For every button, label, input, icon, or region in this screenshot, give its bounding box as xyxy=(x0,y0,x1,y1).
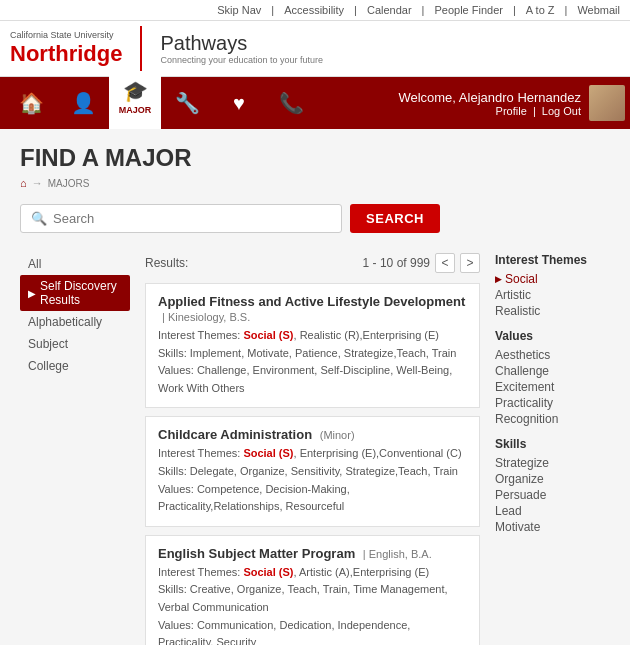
nav-tools[interactable]: 🔧 xyxy=(161,77,213,129)
result-item: Childcare Administration (Minor) Interes… xyxy=(145,416,480,526)
skills-title: Skills xyxy=(495,437,610,451)
user-links: Profile | Log Out xyxy=(398,105,581,117)
a-to-z-link[interactable]: A to Z xyxy=(526,4,555,16)
nav-bar: 🏠 👤 🎓 MAJOR 🔧 ♥ 📞 Welcome, Alejandro Her… xyxy=(0,77,630,129)
people-finder-link[interactable]: People Finder xyxy=(434,4,503,16)
skill-lead[interactable]: Lead xyxy=(495,503,610,519)
top-nav: Skip Nav | Accessibility | Calendar | Pe… xyxy=(0,0,630,21)
user-info: Welcome, Alejandro Hernandez Profile | L… xyxy=(398,85,625,121)
result-link[interactable]: Childcare Administration xyxy=(158,427,312,442)
values-title: Values xyxy=(495,329,610,343)
result-detail: Interest Themes: Social (S), Enterprisin… xyxy=(158,445,467,515)
sidebar-item-subject[interactable]: Subject xyxy=(20,333,130,355)
social-highlight: Social (S) xyxy=(243,566,293,578)
skill-motivate[interactable]: Motivate xyxy=(495,519,610,535)
contact-icon: 📞 xyxy=(279,91,304,115)
sidebar-item-all[interactable]: All xyxy=(20,253,130,275)
interest-panel: Interest Themes Social Artistic Realisti… xyxy=(495,253,610,645)
favorites-icon: ♥ xyxy=(233,92,245,115)
sidebar-item-alphabetically[interactable]: Alphabetically xyxy=(20,311,130,333)
logo-area: California State University Northridge P… xyxy=(10,26,323,71)
major-label: MAJOR xyxy=(119,105,152,115)
webmail-link[interactable]: Webmail xyxy=(577,4,620,16)
profile-icon: 👤 xyxy=(71,91,96,115)
sidebar-item-college[interactable]: College xyxy=(20,355,130,377)
nav-profile[interactable]: 👤 xyxy=(57,77,109,129)
result-badge: (Minor) xyxy=(320,429,355,441)
search-input[interactable] xyxy=(53,211,331,226)
values-section: Values Aesthetics Challenge Excitement P… xyxy=(495,329,610,427)
main-area: All ▶ Self Discovery Results Alphabetica… xyxy=(20,253,610,645)
pagination-text: 1 - 10 of 999 xyxy=(363,256,430,270)
sidebar-item-self-discovery[interactable]: ▶ Self Discovery Results xyxy=(20,275,130,311)
value-practicality[interactable]: Practicality xyxy=(495,395,610,411)
breadcrumb-home[interactable]: ⌂ xyxy=(20,177,27,189)
accessibility-link[interactable]: Accessibility xyxy=(284,4,344,16)
nav-contact[interactable]: 📞 xyxy=(265,77,317,129)
results-area: Results: 1 - 10 of 999 < > Applied Fitne… xyxy=(145,253,480,645)
nav-favorites[interactable]: ♥ xyxy=(213,77,265,129)
result-detail: Interest Themes: Social (S), Artistic (A… xyxy=(158,564,467,645)
value-aesthetics[interactable]: Aesthetics xyxy=(495,347,610,363)
skip-nav-link[interactable]: Skip Nav xyxy=(217,4,261,16)
page-content: FIND A MAJOR ⌂ → MAJORS 🔍 SEARCH All ▶ S… xyxy=(0,129,630,645)
interest-artistic[interactable]: Artistic xyxy=(495,287,610,303)
result-badge: | English, B.A. xyxy=(363,548,432,560)
logo-divider xyxy=(140,26,142,71)
breadcrumb-current: MAJORS xyxy=(48,178,90,189)
breadcrumb-arrow: → xyxy=(32,177,43,189)
result-detail: Interest Themes: Social (S), Realistic (… xyxy=(158,327,467,397)
value-challenge[interactable]: Challenge xyxy=(495,363,610,379)
prev-page-button[interactable]: < xyxy=(435,253,455,273)
interest-themes-section: Interest Themes Social Artistic Realisti… xyxy=(495,253,610,319)
profile-link[interactable]: Profile xyxy=(496,105,527,117)
result-title: Childcare Administration (Minor) xyxy=(158,427,467,442)
value-excitement[interactable]: Excitement xyxy=(495,379,610,395)
next-page-button[interactable]: > xyxy=(460,253,480,273)
skill-strategize[interactable]: Strategize xyxy=(495,455,610,471)
result-link[interactable]: Applied Fitness and Active Lifestyle Dev… xyxy=(158,294,465,309)
skill-persuade[interactable]: Persuade xyxy=(495,487,610,503)
pagination: 1 - 10 of 999 < > xyxy=(363,253,480,273)
calendar-link[interactable]: Calendar xyxy=(367,4,412,16)
nav-home[interactable]: 🏠 xyxy=(5,77,57,129)
header: California State University Northridge P… xyxy=(0,21,630,77)
results-header: Results: 1 - 10 of 999 < > xyxy=(145,253,480,273)
search-input-wrap: 🔍 xyxy=(20,204,342,233)
logout-link[interactable]: Log Out xyxy=(542,105,581,117)
results-label: Results: xyxy=(145,256,188,270)
nav-major[interactable]: 🎓 MAJOR xyxy=(109,71,161,129)
result-title: English Subject Matter Program | English… xyxy=(158,546,467,561)
social-highlight: Social (S) xyxy=(243,329,293,341)
result-link[interactable]: English Subject Matter Program xyxy=(158,546,355,561)
tools-icon: 🔧 xyxy=(175,91,200,115)
result-item: English Subject Matter Program | English… xyxy=(145,535,480,645)
result-title: Applied Fitness and Active Lifestyle Dev… xyxy=(158,294,467,324)
home-icon: 🏠 xyxy=(19,91,44,115)
breadcrumb: ⌂ → MAJORS xyxy=(20,177,610,189)
social-highlight: Social (S) xyxy=(243,447,293,459)
value-recognition[interactable]: Recognition xyxy=(495,411,610,427)
interest-realistic[interactable]: Realistic xyxy=(495,303,610,319)
page-title: FIND A MAJOR xyxy=(20,144,610,172)
sidebar-arrow-icon: ▶ xyxy=(28,288,36,299)
sidebar: All ▶ Self Discovery Results Alphabetica… xyxy=(20,253,130,645)
skill-organize[interactable]: Organize xyxy=(495,471,610,487)
interest-themes-title: Interest Themes xyxy=(495,253,610,267)
result-item: Applied Fitness and Active Lifestyle Dev… xyxy=(145,283,480,408)
skills-section: Skills Strategize Organize Persuade Lead… xyxy=(495,437,610,535)
csun-logo: California State University Northridge xyxy=(10,30,122,67)
search-area: 🔍 SEARCH xyxy=(20,204,440,233)
search-icon: 🔍 xyxy=(31,211,47,226)
welcome-text: Welcome, Alejandro Hernandez xyxy=(398,90,581,105)
interest-social[interactable]: Social xyxy=(495,271,610,287)
avatar xyxy=(589,85,625,121)
result-badge: | Kinesiology, B.S. xyxy=(162,311,250,323)
search-button[interactable]: SEARCH xyxy=(350,204,440,233)
major-icon: 🎓 xyxy=(123,79,148,103)
pathways-logo: Pathways Connecting your education to yo… xyxy=(160,32,323,65)
